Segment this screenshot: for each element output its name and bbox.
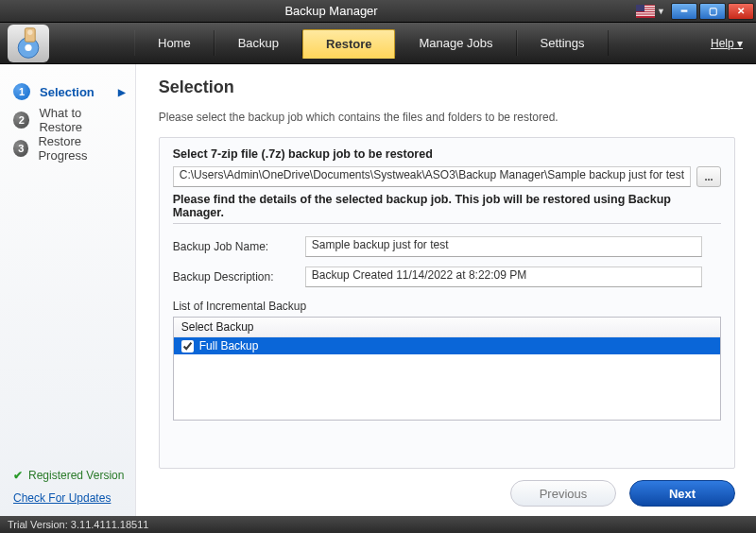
- step-label: Restore Progress: [38, 134, 125, 163]
- flag-icon[interactable]: [636, 5, 655, 18]
- close-button[interactable]: ✕: [728, 3, 754, 20]
- step-number-1: 1: [13, 83, 30, 100]
- list-column-header[interactable]: Select Backup: [174, 318, 720, 337]
- previous-button[interactable]: Previous: [510, 480, 616, 507]
- list-item[interactable]: Full Backup: [174, 337, 720, 354]
- backup-checkbox[interactable]: [181, 340, 194, 352]
- maximize-button[interactable]: ▢: [699, 3, 726, 20]
- job-name-field[interactable]: Sample backup just for test: [305, 236, 702, 257]
- description-label: Backup Description:: [173, 270, 305, 284]
- svg-rect-6: [636, 5, 644, 11]
- content-area: Selection Please select the backup job w…: [136, 64, 756, 516]
- step-number-3: 3: [13, 140, 28, 157]
- page-title: Selection: [159, 77, 735, 97]
- toolbar: Home Backup Restore Manage Jobs Settings…: [0, 23, 756, 64]
- svg-rect-4: [636, 12, 655, 13]
- backup-path-input[interactable]: C:\Users\Admin\OneDrive\Documents\Systwe…: [173, 166, 691, 187]
- svg-point-8: [25, 43, 31, 50]
- registered-label: Registered Version: [28, 469, 124, 482]
- svg-rect-5: [636, 14, 655, 15]
- app-logo-icon: [8, 25, 49, 62]
- next-button[interactable]: Next: [629, 480, 735, 507]
- status-bar: Trial Version: 3.11.4111.18511: [0, 516, 756, 533]
- divider: [173, 223, 721, 224]
- titlebar: Backup Manager ▼ ━ ▢ ✕: [0, 0, 756, 23]
- trial-version-text: Trial Version: 3.11.4111.18511: [8, 519, 148, 530]
- step-label: Selection: [40, 85, 94, 99]
- checkmark-icon: ✔: [13, 469, 23, 482]
- details-label: Please find the details of the selected …: [173, 193, 721, 219]
- page-instruction: Please select the backup job which conta…: [159, 111, 735, 124]
- tab-backup[interactable]: Backup: [215, 30, 302, 56]
- window-title: Backup Manager: [26, 4, 636, 18]
- language-dropdown-icon[interactable]: ▼: [657, 7, 665, 16]
- browse-button[interactable]: ...: [696, 166, 721, 187]
- step-number-2: 2: [13, 112, 29, 129]
- minimize-button[interactable]: ━: [671, 3, 697, 20]
- chevron-down-icon: ▾: [737, 37, 743, 50]
- step-selection[interactable]: 1 Selection ▶: [0, 77, 135, 106]
- job-name-label: Backup Job Name:: [173, 240, 305, 253]
- selection-panel: Select 7-zip file (.7z) backup job to be…: [159, 137, 735, 469]
- list-item-label: Full Backup: [199, 339, 259, 352]
- registered-status: ✔ Registered Version: [13, 469, 128, 482]
- step-label: What to Restore: [39, 106, 125, 134]
- help-link[interactable]: Help ▾: [711, 37, 743, 50]
- select-7z-label: Select 7-zip file (.7z) backup job to be…: [173, 147, 721, 161]
- tab-settings[interactable]: Settings: [517, 30, 609, 56]
- help-label: Help: [711, 37, 734, 50]
- incremental-backup-list[interactable]: Select Backup Full Backup: [173, 317, 721, 421]
- step-restore-progress[interactable]: 3 Restore Progress: [0, 134, 135, 163]
- svg-point-10: [27, 29, 32, 34]
- tab-home[interactable]: Home: [134, 30, 215, 56]
- incremental-list-label: List of Incremental Backup: [173, 300, 721, 313]
- step-what-to-restore[interactable]: 2 What to Restore: [0, 106, 135, 134]
- check-updates-link[interactable]: Check For Updates: [13, 491, 128, 505]
- wizard-sidebar: 1 Selection ▶ 2 What to Restore 3 Restor…: [0, 64, 136, 516]
- tab-manage-jobs[interactable]: Manage Jobs: [395, 30, 516, 56]
- tab-restore[interactable]: Restore: [302, 29, 395, 59]
- chevron-right-icon: ▶: [118, 87, 126, 97]
- description-field[interactable]: Backup Created 11/14/2022 at 8:22:09 PM: [305, 266, 702, 287]
